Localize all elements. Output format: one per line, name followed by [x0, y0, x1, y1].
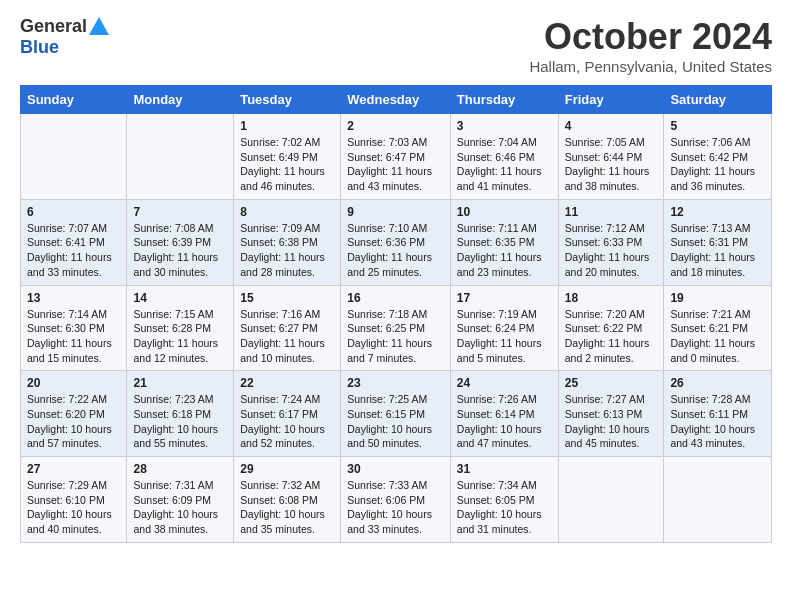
calendar-cell: 2Sunrise: 7:03 AMSunset: 6:47 PMDaylight… [341, 114, 451, 200]
header-thursday: Thursday [450, 86, 558, 114]
header-wednesday: Wednesday [341, 86, 451, 114]
day-number: 18 [565, 291, 658, 305]
calendar-cell: 5Sunrise: 7:06 AMSunset: 6:42 PMDaylight… [664, 114, 772, 200]
day-number: 21 [133, 376, 227, 390]
sunrise-text: Sunrise: 7:08 AM [133, 222, 213, 234]
calendar-cell: 17Sunrise: 7:19 AMSunset: 6:24 PMDayligh… [450, 285, 558, 371]
sunrise-text: Sunrise: 7:31 AM [133, 479, 213, 491]
daylight-text: Daylight: 10 hours and 31 minutes. [457, 508, 542, 535]
sunset-text: Sunset: 6:09 PM [133, 494, 211, 506]
day-number: 12 [670, 205, 765, 219]
calendar-cell: 19Sunrise: 7:21 AMSunset: 6:21 PMDayligh… [664, 285, 772, 371]
calendar-cell: 15Sunrise: 7:16 AMSunset: 6:27 PMDayligh… [234, 285, 341, 371]
day-number: 17 [457, 291, 552, 305]
sunset-text: Sunset: 6:22 PM [565, 322, 643, 334]
day-number: 3 [457, 119, 552, 133]
day-cell-content: Sunrise: 7:26 AMSunset: 6:14 PMDaylight:… [457, 392, 552, 451]
sunset-text: Sunset: 6:31 PM [670, 236, 748, 248]
sunset-text: Sunset: 6:41 PM [27, 236, 105, 248]
day-number: 19 [670, 291, 765, 305]
day-number: 23 [347, 376, 444, 390]
daylight-text: Daylight: 11 hours and 46 minutes. [240, 165, 325, 192]
daylight-text: Daylight: 11 hours and 20 minutes. [565, 251, 650, 278]
sunrise-text: Sunrise: 7:09 AM [240, 222, 320, 234]
day-number: 24 [457, 376, 552, 390]
daylight-text: Daylight: 11 hours and 38 minutes. [565, 165, 650, 192]
day-number: 5 [670, 119, 765, 133]
calendar-cell: 8Sunrise: 7:09 AMSunset: 6:38 PMDaylight… [234, 199, 341, 285]
sunrise-text: Sunrise: 7:19 AM [457, 308, 537, 320]
day-cell-content: Sunrise: 7:19 AMSunset: 6:24 PMDaylight:… [457, 307, 552, 366]
day-cell-content: Sunrise: 7:31 AMSunset: 6:09 PMDaylight:… [133, 478, 227, 537]
calendar-cell: 27Sunrise: 7:29 AMSunset: 6:10 PMDayligh… [21, 457, 127, 543]
sunrise-text: Sunrise: 7:33 AM [347, 479, 427, 491]
day-number: 2 [347, 119, 444, 133]
month-title: October 2024 [529, 16, 772, 58]
daylight-text: Daylight: 10 hours and 38 minutes. [133, 508, 218, 535]
day-cell-content: Sunrise: 7:06 AMSunset: 6:42 PMDaylight:… [670, 135, 765, 194]
sunset-text: Sunset: 6:47 PM [347, 151, 425, 163]
calendar-cell: 11Sunrise: 7:12 AMSunset: 6:33 PMDayligh… [558, 199, 664, 285]
sunrise-text: Sunrise: 7:23 AM [133, 393, 213, 405]
day-cell-content: Sunrise: 7:11 AMSunset: 6:35 PMDaylight:… [457, 221, 552, 280]
calendar-cell [558, 457, 664, 543]
day-cell-content: Sunrise: 7:15 AMSunset: 6:28 PMDaylight:… [133, 307, 227, 366]
day-cell-content: Sunrise: 7:21 AMSunset: 6:21 PMDaylight:… [670, 307, 765, 366]
sunrise-text: Sunrise: 7:34 AM [457, 479, 537, 491]
sunset-text: Sunset: 6:17 PM [240, 408, 318, 420]
day-number: 25 [565, 376, 658, 390]
day-number: 6 [27, 205, 120, 219]
daylight-text: Daylight: 10 hours and 40 minutes. [27, 508, 112, 535]
day-number: 26 [670, 376, 765, 390]
daylight-text: Daylight: 11 hours and 2 minutes. [565, 337, 650, 364]
daylight-text: Daylight: 10 hours and 50 minutes. [347, 423, 432, 450]
day-number: 4 [565, 119, 658, 133]
day-cell-content: Sunrise: 7:29 AMSunset: 6:10 PMDaylight:… [27, 478, 120, 537]
daylight-text: Daylight: 11 hours and 5 minutes. [457, 337, 542, 364]
sunrise-text: Sunrise: 7:04 AM [457, 136, 537, 148]
day-cell-content: Sunrise: 7:02 AMSunset: 6:49 PMDaylight:… [240, 135, 334, 194]
sunset-text: Sunset: 6:49 PM [240, 151, 318, 163]
day-number: 22 [240, 376, 334, 390]
calendar-week-row-1: 1Sunrise: 7:02 AMSunset: 6:49 PMDaylight… [21, 114, 772, 200]
sunset-text: Sunset: 6:38 PM [240, 236, 318, 248]
day-number: 14 [133, 291, 227, 305]
title-block: October 2024 Hallam, Pennsylvania, Unite… [529, 16, 772, 75]
day-cell-content: Sunrise: 7:09 AMSunset: 6:38 PMDaylight:… [240, 221, 334, 280]
daylight-text: Daylight: 10 hours and 33 minutes. [347, 508, 432, 535]
day-cell-content: Sunrise: 7:23 AMSunset: 6:18 PMDaylight:… [133, 392, 227, 451]
sunrise-text: Sunrise: 7:29 AM [27, 479, 107, 491]
calendar-cell: 29Sunrise: 7:32 AMSunset: 6:08 PMDayligh… [234, 457, 341, 543]
sunset-text: Sunset: 6:44 PM [565, 151, 643, 163]
calendar-cell: 26Sunrise: 7:28 AMSunset: 6:11 PMDayligh… [664, 371, 772, 457]
daylight-text: Daylight: 11 hours and 36 minutes. [670, 165, 755, 192]
sunset-text: Sunset: 6:13 PM [565, 408, 643, 420]
sunset-text: Sunset: 6:33 PM [565, 236, 643, 248]
day-cell-content: Sunrise: 7:14 AMSunset: 6:30 PMDaylight:… [27, 307, 120, 366]
calendar-cell: 22Sunrise: 7:24 AMSunset: 6:17 PMDayligh… [234, 371, 341, 457]
day-cell-content: Sunrise: 7:33 AMSunset: 6:06 PMDaylight:… [347, 478, 444, 537]
calendar-cell: 12Sunrise: 7:13 AMSunset: 6:31 PMDayligh… [664, 199, 772, 285]
day-cell-content: Sunrise: 7:04 AMSunset: 6:46 PMDaylight:… [457, 135, 552, 194]
sunrise-text: Sunrise: 7:32 AM [240, 479, 320, 491]
day-number: 8 [240, 205, 334, 219]
daylight-text: Daylight: 11 hours and 28 minutes. [240, 251, 325, 278]
calendar-cell [664, 457, 772, 543]
sunset-text: Sunset: 6:05 PM [457, 494, 535, 506]
day-number: 27 [27, 462, 120, 476]
sunrise-text: Sunrise: 7:18 AM [347, 308, 427, 320]
day-cell-content: Sunrise: 7:32 AMSunset: 6:08 PMDaylight:… [240, 478, 334, 537]
header-tuesday: Tuesday [234, 86, 341, 114]
calendar-cell: 20Sunrise: 7:22 AMSunset: 6:20 PMDayligh… [21, 371, 127, 457]
daylight-text: Daylight: 10 hours and 43 minutes. [670, 423, 755, 450]
daylight-text: Daylight: 11 hours and 15 minutes. [27, 337, 112, 364]
sunrise-text: Sunrise: 7:13 AM [670, 222, 750, 234]
location-title: Hallam, Pennsylvania, United States [529, 58, 772, 75]
day-cell-content: Sunrise: 7:13 AMSunset: 6:31 PMDaylight:… [670, 221, 765, 280]
sunrise-text: Sunrise: 7:25 AM [347, 393, 427, 405]
sunset-text: Sunset: 6:15 PM [347, 408, 425, 420]
sunrise-text: Sunrise: 7:07 AM [27, 222, 107, 234]
day-cell-content: Sunrise: 7:24 AMSunset: 6:17 PMDaylight:… [240, 392, 334, 451]
day-cell-content: Sunrise: 7:07 AMSunset: 6:41 PMDaylight:… [27, 221, 120, 280]
header-sunday: Sunday [21, 86, 127, 114]
